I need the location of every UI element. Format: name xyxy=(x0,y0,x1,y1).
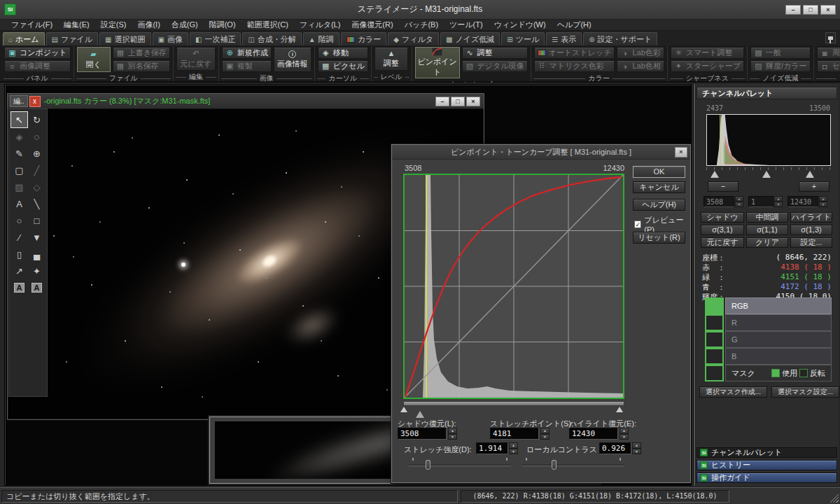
tab-selection[interactable]: ▦選択範囲 xyxy=(99,32,150,46)
polygon-select-tool[interactable]: ◇ xyxy=(28,178,46,195)
tab-noise-reduction[interactable]: ▩ノイズ低減 xyxy=(440,32,500,46)
highlight-button[interactable]: ハイライト xyxy=(790,212,832,223)
menu-window[interactable]: ウィンドウ(W) xyxy=(489,20,552,30)
menu-gradation[interactable]: 階調(O) xyxy=(204,20,241,30)
resize-grip[interactable] xyxy=(828,492,839,503)
g-swatch[interactable] xyxy=(705,331,724,348)
image-adjust-panel-button[interactable]: ≡画像調整 xyxy=(4,60,71,72)
sigma-13-button[interactable]: σ(1,3) xyxy=(790,225,832,235)
tab-file[interactable]: ▤ファイル xyxy=(46,32,98,46)
tone-curve-chart[interactable] xyxy=(403,174,624,399)
level-max-field[interactable] xyxy=(788,196,818,207)
composite-panel-button[interactable]: ▣コンポジット xyxy=(4,47,71,59)
sigma-11-button[interactable]: σ(1,1) xyxy=(746,225,788,235)
zoom-in-tool[interactable]: ⊕ xyxy=(28,145,46,162)
undo-button[interactable]: ↶元に戻す xyxy=(176,47,216,71)
edit-palette-tab[interactable]: 編.. xyxy=(10,95,28,107)
level-min-field[interactable] xyxy=(704,196,734,207)
help-button[interactable]: ヘルプ(H) xyxy=(633,199,685,211)
revert-button[interactable]: 元に戻す xyxy=(701,237,744,248)
noise-luminance-color-button[interactable]: ▨輝度/カラー xyxy=(750,60,811,72)
save-as-button[interactable]: ▦別名保存 xyxy=(113,60,170,72)
move-cursor-button[interactable]: ◈移動 xyxy=(318,47,368,59)
dialog-close-button[interactable]: × xyxy=(675,147,687,158)
menu-tools[interactable]: ツール(T) xyxy=(444,20,489,30)
shadow-marker[interactable] xyxy=(400,407,407,412)
channel-row-mask[interactable]: マスク 使用 反転 xyxy=(705,365,832,382)
channel-row-b[interactable]: B xyxy=(705,348,832,365)
open-button[interactable]: ▰開く xyxy=(77,47,111,72)
matrix-color-button[interactable]: ⠿マトリクス色彩 xyxy=(534,60,615,72)
tab-filter[interactable]: ◆フィルタ xyxy=(388,32,439,46)
text-tool[interactable]: A xyxy=(10,195,28,212)
menu-restoration[interactable]: 画像復元(R) xyxy=(346,20,398,30)
channel-row-rgb[interactable]: RGB xyxy=(705,298,832,314)
lab-hue-button[interactable]: ◑Lab色相 xyxy=(617,60,664,72)
image-info-button[interactable]: i画像情報 xyxy=(274,47,312,72)
histogram-plus-button[interactable]: + xyxy=(799,181,830,192)
tab-tools[interactable]: ⊞ツール xyxy=(501,32,545,46)
ribbon-pin-button[interactable] xyxy=(825,32,836,43)
menu-help[interactable]: ヘルプ(H) xyxy=(552,20,597,30)
tab-color[interactable]: カラー xyxy=(341,32,387,46)
hist-midtone-marker[interactable] xyxy=(762,171,771,178)
preview-checkbox[interactable]: ✓ xyxy=(634,220,641,228)
menu-batch[interactable]: バッチ(B) xyxy=(399,20,444,30)
pan-tool[interactable]: ◈ xyxy=(10,128,28,145)
text-box-tool[interactable]: A xyxy=(10,279,28,296)
image-maximize-button[interactable]: □ xyxy=(451,97,465,106)
hist-highlight-marker[interactable] xyxy=(806,171,814,178)
local-contrast-field[interactable] xyxy=(599,442,631,454)
hist-shadow-marker[interactable] xyxy=(710,171,719,178)
midtone-button[interactable]: 中間調 xyxy=(746,212,788,223)
menu-file[interactable]: ファイル(F) xyxy=(6,20,58,30)
highlight-restore-field[interactable] xyxy=(569,428,618,440)
ruler-tool[interactable]: ▯ xyxy=(10,246,28,262)
channel-palette-bar[interactable]: SIチャンネルパレット xyxy=(696,447,837,458)
star-sharp-button[interactable]: ✦スターシャープ xyxy=(671,60,744,72)
vignetting-button[interactable]: ◙周辺減光 xyxy=(817,47,840,59)
digital-development-button[interactable]: ▧デジタル現像 xyxy=(462,60,528,72)
operation-guide-bar[interactable]: SI操作ガイド xyxy=(696,472,837,483)
pixel-cursor-button[interactable]: ▦ピクセル xyxy=(318,60,368,72)
marquee-tool[interactable]: ▢ xyxy=(10,162,28,178)
mask-invert-checkbox[interactable] xyxy=(799,369,808,377)
stretch-spinner[interactable]: ▲▼ xyxy=(540,428,550,440)
self-flat-button[interactable]: ◘セルフフラット xyxy=(817,60,840,72)
pencil-tool[interactable]: ∕ xyxy=(10,229,28,246)
ok-button[interactable]: OK xyxy=(633,166,685,178)
channel-palette-header[interactable]: チャンネルパレット xyxy=(696,87,837,99)
stretch-strength-field[interactable] xyxy=(476,442,508,454)
highlight-spinner[interactable]: ▲▼ xyxy=(620,428,629,440)
smart-adjust-button[interactable]: ✳スマート調整 xyxy=(671,47,744,59)
mask-swatch[interactable] xyxy=(705,365,724,382)
local-contrast-spinner[interactable]: ▲▼ xyxy=(632,442,641,454)
tab-home[interactable]: ⌂ホーム xyxy=(3,32,45,46)
pen-tool[interactable]: ✎ xyxy=(10,145,28,162)
line-select-tool[interactable]: ╱ xyxy=(28,162,46,178)
local-contrast-slider[interactable] xyxy=(522,456,624,470)
noise-general-button[interactable]: ▩一般 xyxy=(750,47,811,59)
menu-filter[interactable]: フィルタ(L) xyxy=(294,20,346,30)
level-min-spinner[interactable]: ▲▼ xyxy=(735,196,743,207)
menu-composite[interactable]: 合成(G) xyxy=(166,20,204,30)
slider-thumb[interactable] xyxy=(426,460,430,470)
image-close-button[interactable]: × xyxy=(466,97,480,106)
history-bar[interactable]: SIヒストリー xyxy=(696,460,837,470)
level-mid-spinner[interactable]: ▲▼ xyxy=(774,196,783,207)
tab-gradation[interactable]: ▲階調 xyxy=(303,32,340,46)
tab-image[interactable]: ▣画像 xyxy=(153,32,188,46)
b-swatch[interactable] xyxy=(705,348,724,365)
fill-tool[interactable]: ▼ xyxy=(28,229,46,246)
text-box-alt-tool[interactable]: A xyxy=(28,279,46,296)
cancel-button[interactable]: キャンセル xyxy=(633,181,685,193)
menu-edit[interactable]: 編集(E) xyxy=(58,20,95,30)
stamp-tool[interactable]: ▄ xyxy=(28,246,46,262)
menu-selection[interactable]: 範囲選択(C) xyxy=(241,20,294,30)
stretch-strength-slider[interactable] xyxy=(409,456,511,470)
auto-stretch-button[interactable]: オートストレッチ xyxy=(534,47,615,59)
minimize-button[interactable]: – xyxy=(785,5,801,15)
create-selection-mask-button[interactable]: 選択マスク作成... xyxy=(699,386,767,398)
channel-row-g[interactable]: G xyxy=(705,331,832,348)
dialog-titlebar[interactable]: ピンポイント・トーンカーブ調整 [ M31-original.fts ] × xyxy=(392,145,690,160)
